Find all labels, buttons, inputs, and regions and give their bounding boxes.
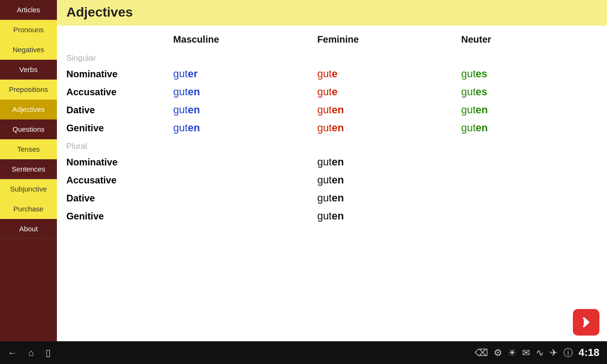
status-nav-buttons: ← ⌂ ▯ [8, 347, 51, 358]
content-body: Masculine Feminine Neuter Singular Nomin… [57, 26, 607, 341]
acc-sg-masc-end: en [188, 86, 200, 98]
nom-pl-end: en [331, 156, 344, 168]
acc-pl-neut [453, 171, 598, 189]
acc-sg-neut-end: es [476, 86, 487, 98]
table-row: Accusative guten gute gutes [66, 83, 598, 101]
case-nominative-plural: Nominative [66, 153, 166, 171]
sidebar-item-sentences[interactable]: Sentences [0, 159, 57, 179]
sidebar-item-tenses[interactable]: Tenses [0, 139, 57, 159]
gen-pl-masc [166, 207, 310, 225]
plural-label: Plural [66, 137, 598, 153]
sidebar-spacer [0, 239, 57, 341]
case-accusative-singular: Accusative [66, 83, 166, 101]
gen-sg-neut: guten [453, 119, 598, 137]
sidebar-item-purchase[interactable]: Purchase [0, 199, 57, 219]
dat-sg-masc: guten [166, 101, 310, 119]
case-dative-singular: Dative [66, 101, 166, 119]
home-icon[interactable]: ⌂ [28, 347, 34, 358]
airplane-icon: ✈ [550, 347, 558, 358]
acc-sg-neut: gutes [453, 83, 598, 101]
col-masculine: Masculine [166, 30, 310, 49]
gen-sg-fem-end: en [331, 122, 344, 134]
plural-section: Plural [66, 137, 598, 153]
acc-sg-fem: gute [310, 83, 454, 101]
dat-sg-fem-end: en [331, 104, 344, 116]
table-row: Dative guten [66, 189, 598, 207]
nom-sg-neut: gutes [453, 65, 598, 83]
next-button[interactable] [573, 309, 599, 336]
gen-sg-fem: guten [310, 119, 454, 137]
back-icon[interactable]: ← [8, 347, 17, 358]
gen-sg-neut-end: en [476, 122, 488, 134]
dat-sg-neut-end: en [476, 104, 488, 116]
table-row: Genitive guten guten guten [66, 119, 598, 137]
nom-sg-masc-end: er [188, 68, 198, 80]
nom-sg-fem-end: e [331, 68, 337, 80]
gen-pl-neut [453, 207, 598, 225]
acc-pl-masc [166, 171, 310, 189]
dat-pl-masc [166, 189, 310, 207]
sidebar-item-verbs[interactable]: Verbs [0, 60, 57, 80]
nom-sg-fem: gute [310, 65, 454, 83]
acc-pl-all: guten [310, 171, 454, 189]
dat-sg-neut: guten [453, 101, 598, 119]
status-bar: ← ⌂ ▯ ⌫ ⚙ ☀ ✉ ∿ ✈ ⓘ 4:18 [0, 341, 607, 364]
case-genitive-singular: Genitive [66, 119, 166, 137]
nom-sg-masc: guter [166, 65, 310, 83]
nom-pl-all: guten [310, 153, 454, 171]
case-genitive-plural: Genitive [66, 207, 166, 225]
gen-sg-masc: guten [166, 119, 310, 137]
settings-icon: ⚙ [494, 347, 502, 358]
page-title: Adjectives [66, 5, 598, 20]
table-row: Genitive guten [66, 207, 598, 225]
nom-pl-neut [453, 153, 598, 171]
singular-label: Singular [66, 49, 598, 65]
table-row: Dative guten guten guten [66, 101, 598, 119]
dat-pl-all: guten [310, 189, 454, 207]
sidebar-item-subjunctive[interactable]: Subjunctive [0, 179, 57, 199]
status-right-area: ⌫ ⚙ ☀ ✉ ∿ ✈ ⓘ 4:18 [475, 346, 599, 359]
wifi-icon: ∿ [536, 347, 544, 358]
gen-pl-all: guten [310, 207, 454, 225]
table-row: Nominative guter gute gutes [66, 65, 598, 83]
gen-sg-masc-end: en [188, 122, 200, 134]
case-nominative-singular: Nominative [66, 65, 166, 83]
dat-sg-masc-end: en [188, 104, 200, 116]
sidebar-item-articles[interactable]: Articles [0, 0, 57, 20]
table-row: Accusative guten [66, 171, 598, 189]
status-time: 4:18 [579, 346, 599, 359]
case-dative-plural: Dative [66, 189, 166, 207]
info-icon: ⓘ [563, 346, 573, 359]
nom-sg-neut-end: es [476, 68, 487, 80]
image-icon: ☀ [508, 347, 516, 358]
sidebar-item-pronouns[interactable]: Pronouns [0, 20, 57, 40]
table-row: Nominative guten [66, 153, 598, 171]
arrow-right-icon [579, 315, 593, 329]
sidebar: Articles Pronouns Negatives Verbs Prepos… [0, 0, 57, 341]
gen-pl-end: en [331, 210, 344, 222]
sidebar-item-questions[interactable]: Questions [0, 119, 57, 139]
singular-section: Singular [66, 49, 598, 65]
case-accusative-plural: Accusative [66, 171, 166, 189]
acc-sg-fem-end: e [331, 86, 337, 98]
sidebar-item-negatives[interactable]: Negatives [0, 40, 57, 60]
usb-icon: ⌫ [475, 347, 488, 358]
sidebar-item-prepositions[interactable]: Prepositions [0, 80, 57, 100]
page-header: Adjectives [57, 0, 607, 26]
sidebar-item-about[interactable]: About [0, 219, 57, 239]
content-area: Adjectives Masculine Feminine Neuter Sin… [57, 0, 607, 341]
acc-sg-masc: guten [166, 83, 310, 101]
mail-icon: ✉ [522, 347, 530, 358]
adjectives-table: Masculine Feminine Neuter Singular Nomin… [66, 30, 598, 225]
acc-pl-end: en [331, 174, 344, 186]
col-neuter: Neuter [453, 30, 598, 49]
sidebar-item-adjectives[interactable]: Adjectives [0, 100, 57, 119]
dat-pl-end: en [331, 192, 344, 204]
dat-sg-fem: guten [310, 101, 454, 119]
col-feminine: Feminine [310, 30, 454, 49]
nom-pl-masc [166, 153, 310, 171]
recent-icon[interactable]: ▯ [46, 347, 51, 358]
dat-pl-neut [453, 189, 598, 207]
